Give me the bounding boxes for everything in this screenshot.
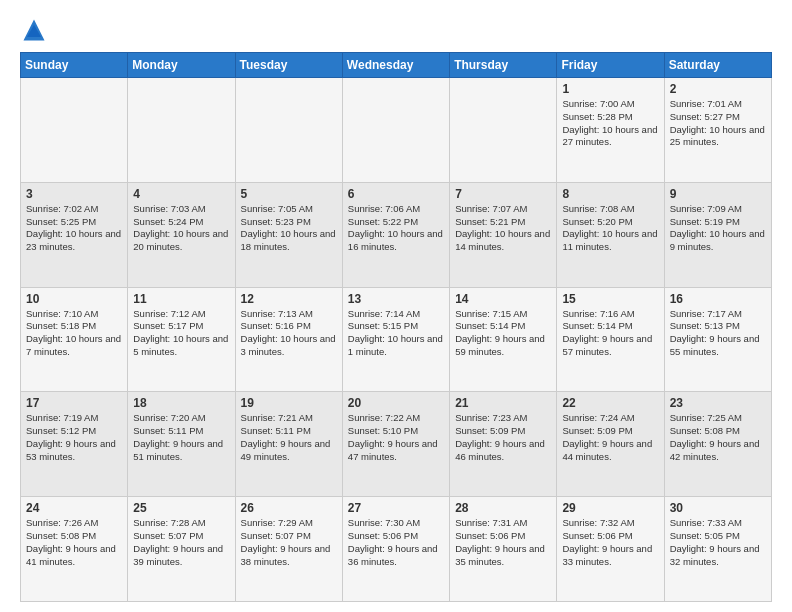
calendar-cell	[342, 78, 449, 183]
day-info: Sunrise: 7:14 AM Sunset: 5:15 PM Dayligh…	[348, 308, 444, 359]
calendar-cell: 24Sunrise: 7:26 AM Sunset: 5:08 PM Dayli…	[21, 497, 128, 602]
day-number: 28	[455, 501, 551, 515]
weekday-header: Tuesday	[235, 53, 342, 78]
calendar-cell: 7Sunrise: 7:07 AM Sunset: 5:21 PM Daylig…	[450, 182, 557, 287]
calendar-cell: 28Sunrise: 7:31 AM Sunset: 5:06 PM Dayli…	[450, 497, 557, 602]
calendar-week-row: 1Sunrise: 7:00 AM Sunset: 5:28 PM Daylig…	[21, 78, 772, 183]
day-number: 11	[133, 292, 229, 306]
day-number: 13	[348, 292, 444, 306]
day-number: 22	[562, 396, 658, 410]
day-number: 14	[455, 292, 551, 306]
day-number: 7	[455, 187, 551, 201]
weekday-header: Friday	[557, 53, 664, 78]
day-number: 29	[562, 501, 658, 515]
day-info: Sunrise: 7:33 AM Sunset: 5:05 PM Dayligh…	[670, 517, 766, 568]
weekday-header: Thursday	[450, 53, 557, 78]
calendar-cell: 23Sunrise: 7:25 AM Sunset: 5:08 PM Dayli…	[664, 392, 771, 497]
day-number: 10	[26, 292, 122, 306]
day-number: 4	[133, 187, 229, 201]
calendar-cell	[450, 78, 557, 183]
calendar-cell: 21Sunrise: 7:23 AM Sunset: 5:09 PM Dayli…	[450, 392, 557, 497]
day-info: Sunrise: 7:26 AM Sunset: 5:08 PM Dayligh…	[26, 517, 122, 568]
weekday-header: Saturday	[664, 53, 771, 78]
day-number: 18	[133, 396, 229, 410]
calendar-cell: 27Sunrise: 7:30 AM Sunset: 5:06 PM Dayli…	[342, 497, 449, 602]
day-info: Sunrise: 7:05 AM Sunset: 5:23 PM Dayligh…	[241, 203, 337, 254]
calendar-cell: 29Sunrise: 7:32 AM Sunset: 5:06 PM Dayli…	[557, 497, 664, 602]
calendar-cell: 9Sunrise: 7:09 AM Sunset: 5:19 PM Daylig…	[664, 182, 771, 287]
day-info: Sunrise: 7:00 AM Sunset: 5:28 PM Dayligh…	[562, 98, 658, 149]
day-number: 15	[562, 292, 658, 306]
day-info: Sunrise: 7:12 AM Sunset: 5:17 PM Dayligh…	[133, 308, 229, 359]
day-info: Sunrise: 7:06 AM Sunset: 5:22 PM Dayligh…	[348, 203, 444, 254]
day-number: 20	[348, 396, 444, 410]
day-info: Sunrise: 7:28 AM Sunset: 5:07 PM Dayligh…	[133, 517, 229, 568]
day-number: 12	[241, 292, 337, 306]
calendar-cell: 5Sunrise: 7:05 AM Sunset: 5:23 PM Daylig…	[235, 182, 342, 287]
weekday-header-row: SundayMondayTuesdayWednesdayThursdayFrid…	[21, 53, 772, 78]
day-info: Sunrise: 7:07 AM Sunset: 5:21 PM Dayligh…	[455, 203, 551, 254]
day-info: Sunrise: 7:15 AM Sunset: 5:14 PM Dayligh…	[455, 308, 551, 359]
day-number: 9	[670, 187, 766, 201]
calendar-cell	[21, 78, 128, 183]
day-info: Sunrise: 7:29 AM Sunset: 5:07 PM Dayligh…	[241, 517, 337, 568]
day-info: Sunrise: 7:19 AM Sunset: 5:12 PM Dayligh…	[26, 412, 122, 463]
day-number: 19	[241, 396, 337, 410]
calendar-cell: 1Sunrise: 7:00 AM Sunset: 5:28 PM Daylig…	[557, 78, 664, 183]
day-number: 3	[26, 187, 122, 201]
day-info: Sunrise: 7:20 AM Sunset: 5:11 PM Dayligh…	[133, 412, 229, 463]
calendar-cell: 26Sunrise: 7:29 AM Sunset: 5:07 PM Dayli…	[235, 497, 342, 602]
calendar-cell: 12Sunrise: 7:13 AM Sunset: 5:16 PM Dayli…	[235, 287, 342, 392]
day-number: 27	[348, 501, 444, 515]
day-info: Sunrise: 7:03 AM Sunset: 5:24 PM Dayligh…	[133, 203, 229, 254]
calendar-week-row: 17Sunrise: 7:19 AM Sunset: 5:12 PM Dayli…	[21, 392, 772, 497]
calendar-cell: 18Sunrise: 7:20 AM Sunset: 5:11 PM Dayli…	[128, 392, 235, 497]
day-info: Sunrise: 7:01 AM Sunset: 5:27 PM Dayligh…	[670, 98, 766, 149]
calendar-cell: 3Sunrise: 7:02 AM Sunset: 5:25 PM Daylig…	[21, 182, 128, 287]
day-number: 25	[133, 501, 229, 515]
day-number: 21	[455, 396, 551, 410]
day-info: Sunrise: 7:32 AM Sunset: 5:06 PM Dayligh…	[562, 517, 658, 568]
day-number: 8	[562, 187, 658, 201]
day-info: Sunrise: 7:22 AM Sunset: 5:10 PM Dayligh…	[348, 412, 444, 463]
day-info: Sunrise: 7:24 AM Sunset: 5:09 PM Dayligh…	[562, 412, 658, 463]
day-info: Sunrise: 7:09 AM Sunset: 5:19 PM Dayligh…	[670, 203, 766, 254]
day-number: 1	[562, 82, 658, 96]
day-info: Sunrise: 7:17 AM Sunset: 5:13 PM Dayligh…	[670, 308, 766, 359]
calendar-cell	[128, 78, 235, 183]
logo-icon	[20, 16, 48, 44]
calendar-cell: 14Sunrise: 7:15 AM Sunset: 5:14 PM Dayli…	[450, 287, 557, 392]
day-info: Sunrise: 7:02 AM Sunset: 5:25 PM Dayligh…	[26, 203, 122, 254]
weekday-header: Sunday	[21, 53, 128, 78]
calendar-table: SundayMondayTuesdayWednesdayThursdayFrid…	[20, 52, 772, 602]
calendar-cell	[235, 78, 342, 183]
day-number: 24	[26, 501, 122, 515]
calendar-cell: 30Sunrise: 7:33 AM Sunset: 5:05 PM Dayli…	[664, 497, 771, 602]
calendar-week-row: 10Sunrise: 7:10 AM Sunset: 5:18 PM Dayli…	[21, 287, 772, 392]
weekday-header: Monday	[128, 53, 235, 78]
calendar-cell: 15Sunrise: 7:16 AM Sunset: 5:14 PM Dayli…	[557, 287, 664, 392]
day-number: 17	[26, 396, 122, 410]
day-number: 16	[670, 292, 766, 306]
calendar-week-row: 24Sunrise: 7:26 AM Sunset: 5:08 PM Dayli…	[21, 497, 772, 602]
calendar-cell: 17Sunrise: 7:19 AM Sunset: 5:12 PM Dayli…	[21, 392, 128, 497]
day-info: Sunrise: 7:31 AM Sunset: 5:06 PM Dayligh…	[455, 517, 551, 568]
day-number: 6	[348, 187, 444, 201]
day-info: Sunrise: 7:23 AM Sunset: 5:09 PM Dayligh…	[455, 412, 551, 463]
day-info: Sunrise: 7:16 AM Sunset: 5:14 PM Dayligh…	[562, 308, 658, 359]
day-number: 23	[670, 396, 766, 410]
calendar-cell: 8Sunrise: 7:08 AM Sunset: 5:20 PM Daylig…	[557, 182, 664, 287]
calendar-week-row: 3Sunrise: 7:02 AM Sunset: 5:25 PM Daylig…	[21, 182, 772, 287]
calendar-cell: 11Sunrise: 7:12 AM Sunset: 5:17 PM Dayli…	[128, 287, 235, 392]
day-number: 5	[241, 187, 337, 201]
day-info: Sunrise: 7:13 AM Sunset: 5:16 PM Dayligh…	[241, 308, 337, 359]
calendar-cell: 13Sunrise: 7:14 AM Sunset: 5:15 PM Dayli…	[342, 287, 449, 392]
page: SundayMondayTuesdayWednesdayThursdayFrid…	[0, 0, 792, 612]
calendar-cell: 19Sunrise: 7:21 AM Sunset: 5:11 PM Dayli…	[235, 392, 342, 497]
calendar-cell: 2Sunrise: 7:01 AM Sunset: 5:27 PM Daylig…	[664, 78, 771, 183]
calendar-cell: 10Sunrise: 7:10 AM Sunset: 5:18 PM Dayli…	[21, 287, 128, 392]
calendar-cell: 6Sunrise: 7:06 AM Sunset: 5:22 PM Daylig…	[342, 182, 449, 287]
weekday-header: Wednesday	[342, 53, 449, 78]
day-info: Sunrise: 7:30 AM Sunset: 5:06 PM Dayligh…	[348, 517, 444, 568]
calendar-cell: 22Sunrise: 7:24 AM Sunset: 5:09 PM Dayli…	[557, 392, 664, 497]
